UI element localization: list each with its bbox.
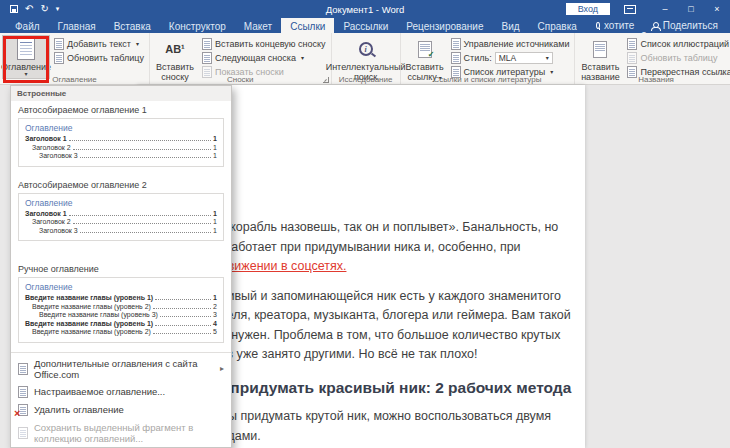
tab-insert[interactable]: Вставка [105, 18, 160, 33]
title-bar: ↶ ↻ ▾ Документ1 - Word Вход – □ × [0, 0, 730, 18]
qat-customize-icon[interactable]: ▾ [56, 4, 60, 14]
manage-sources-button[interactable]: Управление источниками [449, 37, 572, 50]
gallery-auto-toc-2[interactable]: Автособираемое оглавление 2 Оглавление З… [11, 176, 231, 249]
table-of-figures-icon [627, 38, 637, 50]
tab-references[interactable]: Ссылки [281, 18, 334, 33]
ribbon-display-options-icon[interactable] [624, 5, 636, 14]
titlebar-controls: Вход – □ × [566, 0, 730, 18]
dropdown-section-header: Встроенные [11, 86, 231, 101]
menu-separator [11, 352, 231, 353]
group-label-toc: Оглавление [0, 75, 149, 84]
next-footnote-icon [202, 52, 212, 64]
group-citations: Вставить ссылку Управление источниками С… [401, 33, 576, 84]
group-table-of-contents: Оглавление ▾ Добавить текст Обновить таб… [0, 33, 150, 84]
custom-toc-icon [18, 386, 28, 398]
toc-icon [15, 37, 37, 61]
toc-preview: Оглавление Введите название главы (урове… [18, 277, 224, 343]
insert-endnote-button[interactable]: Вставить концевую сноску [200, 37, 328, 50]
toc-dropdown-menu: Встроенные Автособираемое оглавление 1 О… [10, 85, 232, 448]
close-button[interactable]: × [704, 0, 730, 18]
tab-mailings[interactable]: Рассылки [334, 18, 397, 33]
toc-preview: Оглавление Заголовок 11 Заголовок 21 Заг… [18, 118, 224, 167]
group-footnotes: AB¹ Вставить сноску Вставить концевую сн… [150, 33, 332, 84]
smart-lookup-icon: i [355, 37, 377, 61]
remove-toc-icon [18, 404, 28, 416]
quick-access-toolbar: ↶ ↻ ▾ [10, 4, 59, 14]
update-figures-button: Обновить таблицу [625, 51, 730, 64]
tab-design[interactable]: Конструктор [160, 18, 235, 33]
tab-home[interactable]: Главная [49, 18, 105, 33]
collapse-ribbon-icon[interactable]: ⌃ [718, 72, 725, 81]
document-content: «Как корабль назовешь, так он и поплывет… [200, 218, 580, 448]
next-footnote-button[interactable]: Следующая сноска [200, 51, 328, 64]
insert-citation-icon [414, 37, 436, 61]
document-heading: Как придумать красивый ник: 2 рабочих ме… [200, 378, 580, 398]
window-title: Документ1 - Word [326, 4, 404, 15]
menu-item-custom-toc[interactable]: Настраиваемое оглавление... [11, 383, 231, 401]
redo-icon[interactable]: ↻ [40, 4, 48, 14]
person-icon [651, 22, 659, 30]
endnote-icon [202, 38, 212, 50]
group-research: i Интеллектуальный поиск Исследование [332, 33, 401, 84]
gallery-auto-toc-1[interactable]: Автособираемое оглавление 1 Оглавление З… [11, 101, 231, 174]
toc-preview: Оглавление Заголовок 11 Заголовок 21 Заг… [18, 193, 224, 242]
update-table-button[interactable]: Обновить таблицу [52, 51, 146, 64]
table-of-figures-button[interactable]: Список иллюстраций [625, 37, 730, 50]
ribbon-tab-row: Файл Главная Вставка Конструктор Макет С… [0, 18, 730, 33]
tab-review[interactable]: Рецензирование [397, 18, 492, 33]
footnote-icon: AB¹ [164, 37, 186, 61]
office-toc-icon [18, 363, 28, 375]
group-label-captions: Названия [575, 75, 730, 84]
tab-view[interactable]: Вид [493, 18, 529, 33]
citation-style-select[interactable]: MLA ▾ [495, 52, 553, 64]
tab-layout[interactable]: Макет [235, 18, 281, 33]
undo-icon[interactable]: ↶ [25, 4, 33, 14]
group-label-footnotes: Сноски [150, 75, 331, 84]
gallery-manual-toc[interactable]: Ручное оглавление Оглавление Введите наз… [11, 260, 231, 350]
menu-item-remove-toc[interactable]: Удалить оглавление [11, 401, 231, 419]
group-label-citations: Ссылки и списки литературы [401, 75, 575, 84]
style-icon [451, 52, 461, 64]
add-text-icon [54, 38, 64, 50]
group-label-research: Исследование [332, 75, 400, 84]
submenu-arrow-icon: ▸ [220, 364, 224, 373]
tab-file[interactable]: Файл [6, 18, 49, 33]
update-table-icon [54, 52, 64, 64]
insert-caption-icon [589, 37, 611, 61]
tell-me-box[interactable]: Что вы хотите сделать? [596, 18, 651, 33]
word-window: ↶ ↻ ▾ Документ1 - Word Вход – □ × Файл Г… [0, 0, 730, 448]
share-button[interactable]: Поделиться [651, 18, 718, 33]
share-label: Поделиться [663, 20, 718, 31]
menu-item-more-toc-office[interactable]: Дополнительные оглавления с сайта Office… [11, 355, 231, 383]
tab-help[interactable]: Справка [529, 18, 586, 33]
citation-style-row: Стиль: MLA ▾ [449, 51, 572, 64]
lightbulb-icon [596, 22, 600, 29]
save-icon[interactable] [10, 5, 18, 13]
save-selection-icon [18, 427, 28, 439]
paragraph-1: «Как корабль назовешь, так он и поплывет… [200, 218, 580, 277]
minimize-button[interactable]: – [652, 0, 678, 18]
document-area: «Как корабль назовешь, так он и поплывет… [0, 85, 730, 448]
group-captions: Вставить название Список иллюстраций Обн… [575, 33, 730, 84]
chevron-down-icon: ▾ [546, 54, 549, 61]
update-figures-icon [627, 52, 637, 64]
add-text-button[interactable]: Добавить текст [52, 37, 146, 50]
paragraph-2: Красивый и запоминающейся ник есть у каж… [200, 287, 580, 365]
manage-sources-icon [451, 38, 461, 50]
table-of-contents-button[interactable]: Оглавление ▾ [3, 36, 49, 78]
menu-item-save-selection: Сохранить выделенный фрагмент в коллекци… [11, 419, 231, 447]
paragraph-3: Чтобы придумать крутой ник, можно воспол… [200, 407, 580, 446]
sign-in-button[interactable]: Вход [566, 3, 610, 15]
maximize-button[interactable]: □ [678, 0, 704, 18]
ribbon: Оглавление ▾ Добавить текст Обновить таб… [0, 33, 730, 85]
